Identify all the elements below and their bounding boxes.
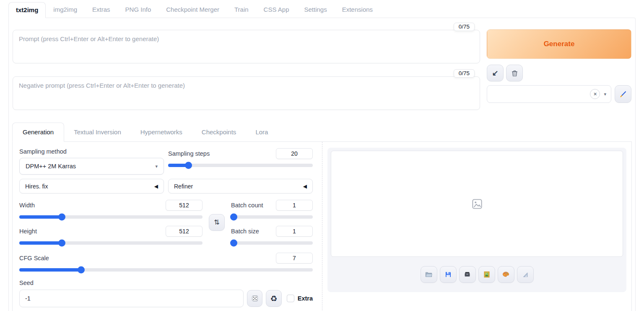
prompt-tool-buttons: ↙	[487, 65, 631, 81]
batch-count-group: Batch count 1	[231, 200, 313, 219]
width-input[interactable]: 512	[166, 200, 203, 211]
tab-txt2img[interactable]: txt2img	[8, 2, 46, 18]
dimensions-group: Width 512 Height 512	[19, 200, 203, 245]
action-column: Generate ↙ × ▾	[487, 24, 631, 111]
batch-size-label: Batch size	[231, 228, 259, 235]
checkbox-box	[287, 295, 294, 302]
send-to-inpaint-button[interactable]	[498, 266, 514, 283]
cfg-scale-slider[interactable]	[19, 268, 313, 272]
height-input[interactable]: 512	[166, 226, 203, 237]
txt2img-panel: 0/75 0/75 Generate ↙	[8, 18, 636, 311]
tab-png-info[interactable]: PNG Info	[118, 2, 159, 18]
tab-train[interactable]: Train	[227, 2, 256, 18]
refiner-accordion[interactable]: Refiner ◀	[168, 179, 313, 193]
recycle-icon: ♻	[270, 294, 278, 303]
negative-prompt-container: 0/75	[13, 76, 480, 111]
height-label: Height	[19, 228, 37, 235]
negative-prompt-input[interactable]	[13, 76, 480, 110]
tab-css-app[interactable]: CSS App	[256, 2, 297, 18]
refiner-label: Refiner	[174, 183, 193, 190]
gallery-toolbar	[331, 257, 623, 292]
generation-tab-bar: Generation Textual Inversion Hypernetwor…	[12, 123, 632, 142]
seed-input[interactable]	[19, 290, 244, 307]
tab-hypernetworks[interactable]: Hypernetworks	[131, 123, 192, 141]
tab-settings[interactable]: Settings	[296, 2, 334, 18]
tab-textual-inversion[interactable]: Textual Inversion	[64, 123, 131, 141]
sampling-method-select[interactable]: DPM++ 2M Karras ▾	[19, 158, 164, 175]
hires-fix-label: Hires. fix	[25, 183, 48, 190]
prompt-token-counter: 0/75	[454, 23, 475, 31]
sampling-method-label: Sampling method	[19, 148, 164, 155]
paintbrush-icon	[619, 90, 627, 98]
cfg-scale-input[interactable]: 7	[276, 253, 313, 264]
chevron-down-icon: ▾	[155, 164, 158, 169]
open-folder-button[interactable]	[421, 266, 437, 283]
prompt-column: 0/75 0/75	[13, 24, 480, 111]
tab-img2img[interactable]: img2img	[46, 2, 85, 18]
sampling-steps-slider[interactable]	[168, 164, 313, 167]
sampling-steps-label: Sampling steps	[168, 150, 210, 157]
prompt-action-row: 0/75 0/75 Generate ↙	[12, 21, 632, 111]
random-seed-button[interactable]	[247, 290, 262, 307]
folder-icon	[425, 270, 433, 278]
batch-count-slider[interactable]	[231, 215, 313, 219]
sampling-steps-input[interactable]: 20	[276, 148, 313, 159]
swap-arrows-icon: ⇅	[214, 218, 219, 226]
width-group: Width 512	[19, 200, 203, 219]
swap-dimensions-button[interactable]: ⇅	[209, 214, 225, 231]
paste-generation-params-button[interactable]: ↙	[487, 65, 504, 81]
trash-icon	[511, 69, 519, 77]
save-image-button[interactable]	[440, 266, 457, 283]
main-tab-bar: txt2img img2img Extras PNG Info Checkpoi…	[0, 0, 644, 18]
width-slider[interactable]	[19, 215, 203, 219]
extra-seed-label: Extra	[298, 295, 313, 302]
tab-extras[interactable]: Extras	[85, 2, 118, 18]
save-zip-button[interactable]	[459, 266, 476, 283]
tab-extensions[interactable]: Extensions	[335, 2, 380, 18]
edit-styles-button[interactable]	[615, 85, 631, 103]
output-image-area[interactable]	[331, 151, 623, 257]
batch-group: Batch count 1 Batch size 1	[231, 200, 313, 245]
cfg-scale-group: CFG Scale 7	[19, 253, 313, 272]
batch-size-input[interactable]: 1	[276, 226, 313, 237]
reuse-seed-button[interactable]: ♻	[266, 290, 281, 307]
archive-box-icon	[463, 270, 471, 278]
batch-size-group: Batch size 1	[231, 226, 313, 245]
output-column	[322, 142, 631, 311]
height-group: Height 512	[19, 226, 203, 245]
dice-icon	[251, 295, 259, 302]
extra-seed-checkbox[interactable]: Extra	[287, 295, 313, 302]
styles-row: × ▾	[487, 85, 631, 103]
generate-button[interactable]: Generate	[487, 29, 631, 59]
prompt-input[interactable]	[13, 30, 480, 63]
negative-prompt-token-counter: 0/75	[454, 69, 475, 78]
batch-size-slider[interactable]	[231, 241, 313, 245]
batch-count-label: Batch count	[231, 202, 263, 209]
controls-column: Sampling method DPM++ 2M Karras ▾ Sampli…	[13, 142, 322, 311]
send-to-img2img-button[interactable]	[478, 266, 495, 283]
height-slider[interactable]	[19, 241, 203, 245]
clear-prompt-button[interactable]	[506, 65, 523, 81]
framed-picture-icon	[483, 271, 491, 278]
seed-group: Seed ♻	[19, 280, 313, 307]
tab-lora[interactable]: Lora	[246, 123, 278, 141]
clear-styles-icon[interactable]: ×	[590, 89, 600, 99]
batch-count-input[interactable]: 1	[276, 200, 313, 211]
accordion-collapsed-icon: ◀	[303, 183, 307, 189]
tab-checkpoints[interactable]: Checkpoints	[192, 123, 246, 141]
triangle-ruler-icon	[522, 271, 529, 278]
tab-generation[interactable]: Generation	[12, 123, 64, 142]
chevron-down-icon: ▾	[604, 91, 606, 97]
prompt-container: 0/75	[13, 30, 480, 65]
arrow-down-left-icon: ↙	[492, 68, 498, 78]
cfg-scale-label: CFG Scale	[19, 255, 49, 261]
seed-label: Seed	[19, 280, 313, 286]
styles-dropdown[interactable]: × ▾	[487, 85, 611, 103]
image-placeholder-icon	[471, 198, 483, 210]
hires-fix-accordion[interactable]: Hires. fix ◀	[19, 179, 164, 193]
output-gallery	[327, 148, 626, 292]
tab-checkpoint-merger[interactable]: Checkpoint Merger	[158, 2, 227, 18]
accordion-collapsed-icon: ◀	[154, 183, 158, 189]
sampling-method-group: Sampling method DPM++ 2M Karras ▾	[19, 148, 164, 175]
send-to-extras-button[interactable]	[517, 266, 534, 283]
